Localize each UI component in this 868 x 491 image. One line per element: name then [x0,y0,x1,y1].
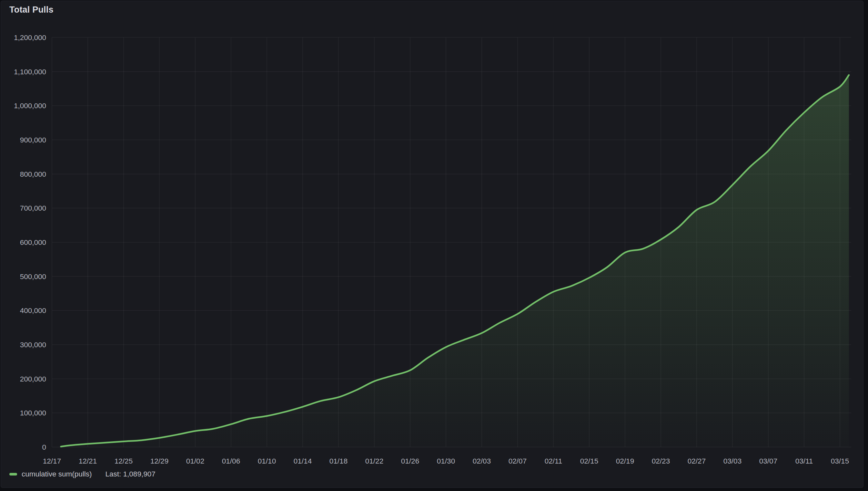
y-tick-label: 300,000 [20,341,46,349]
y-tick-label: 100,000 [20,409,46,417]
panel-total-pulls: Total Pulls 0100,000200,000300,000400,00… [1,1,864,488]
x-tick-label: 02/19 [616,457,634,465]
x-tick-label: 02/27 [688,457,706,465]
area-fill [61,75,849,447]
y-tick-label: 400,000 [20,307,46,315]
x-tick-label: 02/23 [652,457,670,465]
y-tick-label: 200,000 [20,375,46,383]
x-tick-label: 01/30 [437,457,455,465]
x-tick-label: 12/17 [43,457,61,465]
x-tick-label: 03/07 [759,457,777,465]
legend-series-marker-icon[interactable] [9,473,17,475]
y-tick-label: 0 [42,443,46,451]
x-tick-label: 01/14 [293,457,312,465]
x-tick-label: 01/22 [365,457,383,465]
y-axis-labels: 0100,000200,000300,000400,000500,000600,… [14,34,46,451]
y-tick-label: 600,000 [20,238,46,247]
legend-series-label[interactable]: cumulative sum(pulls) [22,470,92,479]
x-tick-label: 03/15 [831,457,849,465]
x-tick-label: 03/03 [723,457,742,465]
x-tick-label: 12/25 [115,457,133,465]
x-tick-label: 01/10 [258,457,276,465]
x-tick-label: 02/11 [545,457,562,465]
y-tick-label: 800,000 [20,170,46,178]
legend-last-value: Last: 1,089,907 [105,470,156,479]
y-tick-label: 500,000 [20,272,46,281]
y-tick-label: 900,000 [20,136,46,144]
x-tick-label: 12/29 [150,457,168,465]
x-tick-label: 02/03 [473,457,491,465]
y-tick-label: 700,000 [20,204,46,212]
x-tick-label: 03/11 [796,457,813,465]
x-tick-label: 01/26 [401,457,419,465]
x-tick-label: 02/07 [508,457,527,465]
x-tick-label: 01/02 [186,457,204,465]
x-tick-label: 01/06 [222,457,240,465]
x-tick-label: 01/18 [330,457,347,465]
x-tick-label: 02/15 [580,457,598,465]
legend: cumulative sum(pulls) Last: 1,089,907 [9,469,156,480]
y-tick-label: 1,100,000 [14,68,46,76]
time-series-chart[interactable]: 0100,000200,000300,000400,000500,000600,… [1,1,868,491]
x-tick-label: 12/21 [79,457,97,465]
y-tick-label: 1,000,000 [14,102,46,110]
y-tick-label: 1,200,000 [14,34,46,42]
x-axis-labels: 12/1712/2112/2512/2901/0201/0601/1001/14… [43,457,849,465]
